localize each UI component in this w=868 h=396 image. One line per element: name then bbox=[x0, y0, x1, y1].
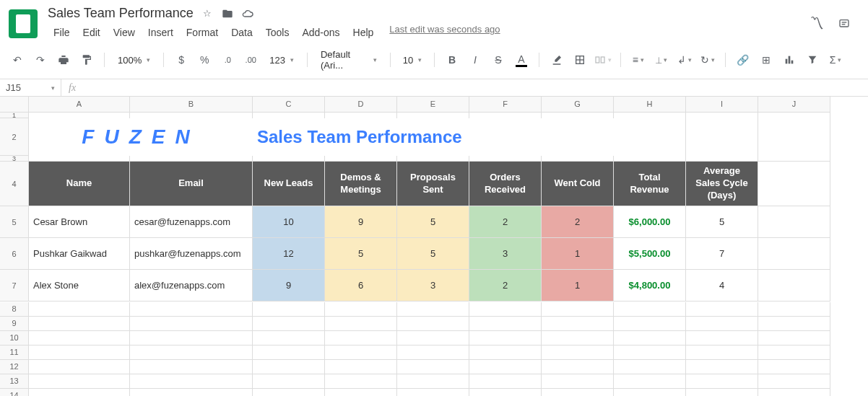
menu-data[interactable]: Data bbox=[225, 24, 259, 41]
table-cell[interactable]: 1 bbox=[542, 270, 614, 302]
col-header[interactable]: A bbox=[29, 97, 130, 113]
table-cell[interactable]: Cesar Brown bbox=[29, 206, 130, 238]
bold-button[interactable]: B bbox=[443, 51, 461, 69]
table-cell[interactable]: $4,800.00 bbox=[614, 270, 686, 302]
move-folder-icon[interactable] bbox=[221, 7, 234, 20]
table-header[interactable]: New Leads bbox=[253, 162, 325, 206]
table-cell[interactable]: 5 bbox=[325, 238, 397, 270]
insert-link-button[interactable]: 🔗 bbox=[734, 51, 752, 69]
table-header[interactable]: Average Sales Cycle (Days) bbox=[686, 162, 758, 206]
row-header[interactable]: 5 bbox=[0, 206, 29, 238]
table-cell[interactable]: 3 bbox=[469, 238, 542, 270]
menu-help[interactable]: Help bbox=[347, 24, 380, 41]
row-header[interactable]: 9 bbox=[0, 317, 29, 331]
table-header[interactable]: Orders Received bbox=[469, 162, 542, 206]
row-header[interactable]: 6 bbox=[0, 238, 29, 270]
table-cell[interactable]: 2 bbox=[542, 206, 614, 238]
document-title[interactable]: Sales Team Performance bbox=[48, 6, 194, 21]
row-header[interactable]: 14 bbox=[0, 389, 29, 396]
text-rotate-button[interactable]: ↻ bbox=[699, 51, 716, 69]
row-header[interactable]: 13 bbox=[0, 374, 29, 389]
formula-input[interactable] bbox=[83, 79, 868, 96]
insert-comment-button[interactable]: ⊞ bbox=[758, 51, 775, 69]
menu-format[interactable]: Format bbox=[181, 24, 224, 41]
table-header[interactable]: Proposals Sent bbox=[397, 162, 469, 206]
redo-button[interactable]: ↷ bbox=[32, 51, 49, 69]
last-edit-status[interactable]: Last edit was seconds ago bbox=[389, 24, 500, 41]
brand-logo-cell[interactable]: FUZEN bbox=[29, 118, 253, 156]
strikethrough-button[interactable]: S bbox=[490, 51, 507, 69]
table-header[interactable]: Total Revenue bbox=[614, 162, 686, 206]
table-cell[interactable]: cesar@fuzenapps.com bbox=[130, 206, 253, 238]
select-all-corner[interactable] bbox=[0, 97, 29, 113]
table-cell[interactable]: 2 bbox=[469, 270, 542, 302]
table-cell[interactable]: 4 bbox=[686, 270, 758, 302]
col-header[interactable]: B bbox=[130, 97, 253, 113]
table-cell[interactable]: $5,500.00 bbox=[614, 238, 686, 270]
menu-addons[interactable]: Add-ons bbox=[296, 24, 345, 41]
menu-tools[interactable]: Tools bbox=[260, 24, 295, 41]
name-box[interactable]: J15▾ bbox=[0, 79, 61, 96]
row-header[interactable]: 1 bbox=[0, 113, 29, 118]
comment-history-icon[interactable] bbox=[838, 17, 851, 30]
col-header[interactable]: J bbox=[758, 97, 830, 113]
functions-button[interactable]: Σ bbox=[827, 51, 844, 69]
table-header[interactable]: Demos & Meetings bbox=[325, 162, 397, 206]
col-header[interactable]: C bbox=[253, 97, 325, 113]
text-wrap-button[interactable]: ↲ bbox=[676, 51, 693, 69]
menu-edit[interactable]: Edit bbox=[77, 24, 106, 41]
spreadsheet-app-icon[interactable] bbox=[9, 9, 38, 38]
row-header[interactable]: 10 bbox=[0, 331, 29, 346]
table-cell[interactable]: alex@fuzenapps.com bbox=[130, 270, 253, 302]
table-header[interactable]: Name bbox=[29, 162, 130, 206]
font-size-select[interactable]: 10 bbox=[399, 53, 425, 68]
table-cell[interactable]: 5 bbox=[686, 206, 758, 238]
v-align-button[interactable]: ⟂ bbox=[653, 51, 670, 69]
italic-button[interactable]: I bbox=[466, 51, 484, 69]
undo-button[interactable]: ↶ bbox=[9, 51, 26, 69]
table-header[interactable]: Went Cold bbox=[542, 162, 614, 206]
row-header[interactable]: 2 bbox=[0, 118, 29, 156]
row-header[interactable]: 8 bbox=[0, 302, 29, 317]
table-cell[interactable]: 10 bbox=[253, 206, 325, 238]
print-button[interactable] bbox=[55, 51, 72, 69]
table-cell[interactable]: 5 bbox=[397, 206, 469, 238]
col-header[interactable]: G bbox=[542, 97, 614, 113]
cloud-saved-icon[interactable] bbox=[241, 7, 254, 20]
table-cell[interactable]: 1 bbox=[542, 238, 614, 270]
table-cell[interactable]: $6,000.00 bbox=[614, 206, 686, 238]
col-header[interactable]: I bbox=[686, 97, 758, 113]
h-align-button[interactable]: ≡ bbox=[630, 51, 647, 69]
table-cell[interactable]: 3 bbox=[397, 270, 469, 302]
zoom-select[interactable]: 100% bbox=[113, 53, 155, 68]
currency-button[interactable]: $ bbox=[173, 51, 190, 69]
table-cell[interactable]: 12 bbox=[253, 238, 325, 270]
borders-button[interactable] bbox=[571, 51, 589, 69]
spreadsheet-grid[interactable]: A B C D E F G H I J 1 2 FUZEN Sales Team… bbox=[0, 97, 830, 396]
more-formats-select[interactable]: 123 bbox=[265, 53, 298, 68]
row-header[interactable]: 11 bbox=[0, 346, 29, 360]
table-cell[interactable]: pushkar@fuzenapps.com bbox=[130, 238, 253, 270]
table-cell[interactable]: 2 bbox=[469, 206, 542, 238]
table-cell[interactable]: Alex Stone bbox=[29, 270, 130, 302]
merge-cells-button[interactable] bbox=[594, 51, 612, 69]
row-header[interactable]: 3 bbox=[0, 156, 29, 162]
table-cell[interactable]: 5 bbox=[397, 238, 469, 270]
table-header[interactable]: Email bbox=[130, 162, 253, 206]
row-header[interactable]: 7 bbox=[0, 270, 29, 302]
menu-insert[interactable]: Insert bbox=[142, 24, 179, 41]
filter-button[interactable] bbox=[804, 51, 821, 69]
menu-view[interactable]: View bbox=[108, 24, 141, 41]
table-cell[interactable]: 6 bbox=[325, 270, 397, 302]
table-cell[interactable]: 7 bbox=[686, 238, 758, 270]
increase-decimal-button[interactable]: .00 bbox=[242, 51, 259, 69]
text-color-button[interactable]: A bbox=[513, 51, 530, 69]
paint-format-button[interactable] bbox=[78, 51, 95, 69]
percent-button[interactable]: % bbox=[196, 51, 213, 69]
col-header[interactable]: D bbox=[325, 97, 397, 113]
table-cell[interactable]: 9 bbox=[253, 270, 325, 302]
page-title-cell[interactable]: Sales Team Performance bbox=[253, 118, 614, 156]
table-cell[interactable]: Pushkar Gaikwad bbox=[29, 238, 130, 270]
menu-file[interactable]: File bbox=[48, 24, 76, 41]
insert-chart-button[interactable] bbox=[781, 51, 798, 69]
